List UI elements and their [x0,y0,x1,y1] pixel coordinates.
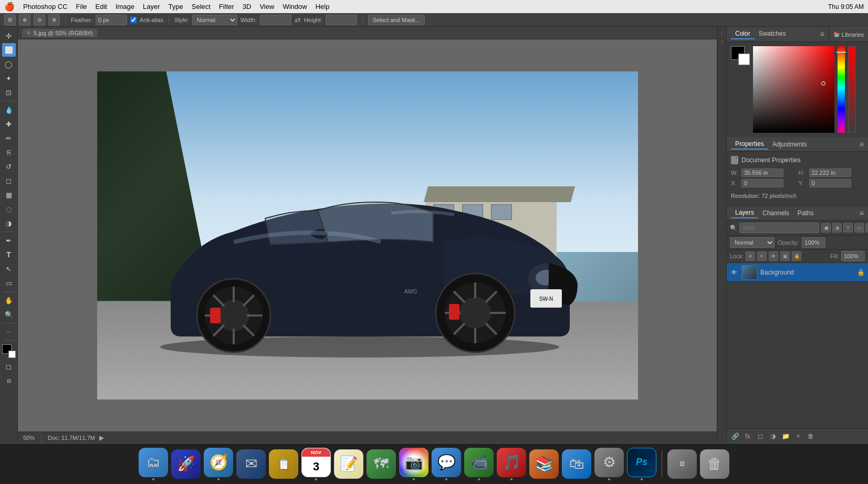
menu-edit[interactable]: Edit [96,3,107,10]
layers-tab[interactable]: Layers [731,208,758,218]
photos-icon[interactable]: 📷 [399,448,428,477]
strip-btn-1[interactable]: ⋮ [718,29,726,36]
layers-search-input[interactable] [739,223,819,233]
fill-input[interactable] [841,251,865,261]
path-select-tool[interactable]: ↖ [2,262,16,276]
props-width-input[interactable] [741,169,783,177]
dock-launchpad[interactable]: 🚀 [171,449,201,479]
feather-input[interactable] [96,15,127,25]
props-x-input[interactable] [741,179,783,187]
style-select[interactable]: Normal Fixed Ratio Fixed Size [192,15,237,25]
adjustments-tab[interactable]: Adjustments [768,140,811,149]
facetime-icon[interactable]: 📹 [464,448,494,477]
blur-tool[interactable]: ◌ [2,202,16,216]
canvas-viewport[interactable]: SW-N AMG [18,39,717,432]
dodge-tool[interactable]: ◑ [2,216,16,230]
subtract-selection-btn[interactable]: ⊖ [34,14,45,26]
move-tool[interactable]: ✣ [2,29,16,43]
delete-layer-btn[interactable]: 🗑 [806,431,816,441]
dock-photos[interactable]: 📷 [399,448,428,480]
blend-mode-select[interactable]: Normal Dissolve Multiply Screen Overlay [730,237,775,248]
clone-stamp-tool[interactable]: ⎘ [2,145,16,159]
dock-photoshop[interactable]: Ps [627,448,656,480]
dock-recent-photos[interactable]: 🖼 [667,449,697,479]
dock-finder[interactable]: 🗂 [139,448,168,480]
mail-icon[interactable]: ✉ [236,449,266,479]
calendar-icon[interactable]: NOV 3 [301,448,331,477]
opacity-input[interactable] [802,237,825,248]
gradient-tool[interactable]: ▦ [2,188,16,202]
color-panel-menu[interactable]: ≡ [820,30,824,38]
layer-visibility-toggle[interactable]: 👁 [730,268,738,277]
select-mask-button[interactable]: Select and Mask... [368,15,425,25]
lasso-tool[interactable]: ◯ [2,57,16,71]
appstore-icon[interactable]: 🛍 [562,449,591,479]
dock-calendar[interactable]: NOV 3 [301,448,331,480]
link-layers-btn[interactable]: 🔗 [730,431,740,441]
reminders-icon[interactable]: 📝 [334,449,363,479]
menu-3d[interactable]: 3D [243,3,252,10]
filter-smart-btn[interactable]: ⊕ [865,223,868,233]
type-tool[interactable]: T [2,248,16,261]
dock-notes[interactable]: 📋 [269,449,298,479]
props-panel-menu[interactable]: ≡ [860,140,864,149]
menu-file[interactable]: File [76,3,87,10]
lock-pixels-btn[interactable]: ✏ [757,251,767,261]
color-gradient-box[interactable] [753,46,834,133]
libraries-button[interactable]: 📚 Libraries [829,27,868,41]
new-selection-btn[interactable]: ⊞ [4,14,16,26]
finder-icon[interactable]: 🗂 [139,448,168,477]
safari-icon[interactable]: 🧭 [204,448,233,477]
status-arrow[interactable]: ▶ [99,434,104,441]
add-fx-btn[interactable]: fx [742,431,753,441]
zoom-tool[interactable]: 🔍 [2,308,16,321]
tab-close-btn[interactable]: ✕ [26,30,30,36]
apple-menu[interactable]: 🍎 [4,2,15,12]
pen-tool[interactable]: ✒ [2,234,16,247]
recent-photos-icon[interactable]: 🖼 [667,449,697,479]
props-y-input[interactable] [809,179,851,187]
props-height-input[interactable] [809,169,851,177]
antialias-checkbox[interactable] [130,17,137,23]
dock-facetime[interactable]: 📹 [464,448,494,480]
menu-help[interactable]: Help [316,3,330,10]
dock-trash[interactable]: 🗑 [700,449,729,479]
color-tab[interactable]: Color [731,29,755,39]
quick-mask-btn[interactable]: ◻ [2,360,16,373]
heal-tool[interactable]: ✚ [2,117,16,131]
dock-maps[interactable]: 🗺 [367,449,396,479]
crop-tool[interactable]: ⊡ [2,86,16,99]
properties-tab[interactable]: Properties [731,139,768,150]
maps-icon[interactable]: 🗺 [367,449,396,479]
add-mask-btn[interactable]: ◻ [755,431,766,441]
menu-view[interactable]: View [259,3,274,10]
lock-artboard-btn[interactable]: ▣ [780,251,790,261]
menu-layer[interactable]: Layer [143,3,160,10]
swap-icon[interactable]: ⇄ [295,16,301,24]
filter-type-btn[interactable]: T [843,223,853,233]
strip-btn-2[interactable]: ⋮ [718,37,726,45]
dock-music[interactable]: 🎵 [497,448,526,480]
dock-messages[interactable]: 💬 [432,448,461,480]
music-icon[interactable]: 🎵 [497,448,526,477]
marquee-tool[interactable]: ⬜ [2,43,16,57]
intersect-selection-btn[interactable]: ⊗ [48,14,60,26]
background-color[interactable] [8,351,16,358]
screen-mode-btn[interactable]: ⊟ [2,374,16,387]
alpha-slider[interactable] [848,46,855,133]
trash-icon[interactable]: 🗑 [700,449,729,479]
dock-safari[interactable]: 🧭 [204,448,233,480]
channels-tab[interactable]: Channels [758,208,793,218]
menu-window[interactable]: Window [283,3,307,10]
add-group-btn[interactable]: 📁 [780,431,791,441]
more-tools-btn[interactable]: ··· [2,325,16,339]
eraser-tool[interactable]: ◻ [2,174,16,187]
lock-transparent-btn[interactable]: ⊘ [746,251,755,261]
layer-item-background[interactable]: 👁 Background 🔒 [727,263,868,282]
add-adjustment-btn[interactable]: ◑ [768,431,778,441]
color-gradient-surface[interactable] [753,46,834,133]
add-layer-btn[interactable]: + [793,431,803,441]
quick-select-tool[interactable]: ✦ [2,71,16,85]
filter-shape-btn[interactable]: ▭ [854,223,864,233]
fg-bg-colors[interactable] [2,344,16,358]
